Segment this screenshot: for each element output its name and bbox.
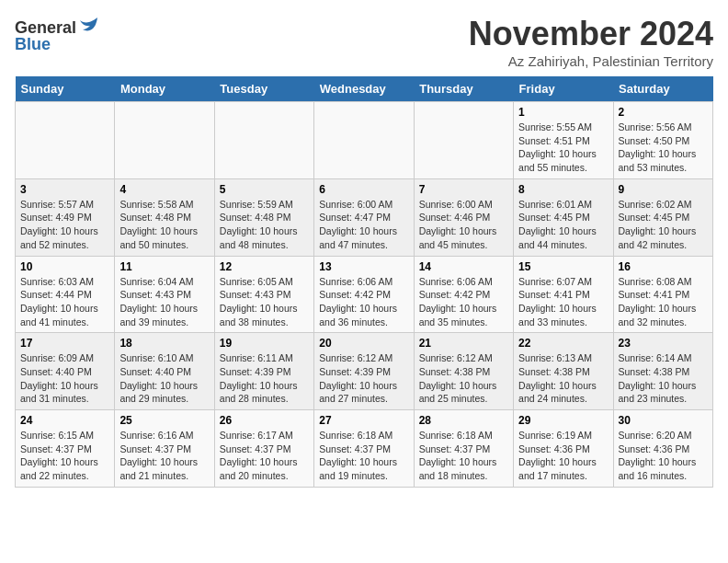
cell-w5-d1: 24Sunrise: 6:15 AM Sunset: 4:37 PM Dayli… [16, 410, 115, 488]
header-monday: Monday [115, 76, 214, 102]
day-info: Sunrise: 5:56 AM Sunset: 4:50 PM Dayligh… [619, 121, 697, 173]
cell-w4-d2: 18Sunrise: 6:10 AM Sunset: 4:40 PM Dayli… [115, 333, 214, 410]
cell-w4-d6: 22Sunrise: 6:13 AM Sunset: 4:38 PM Dayli… [514, 333, 613, 410]
day-number: 13 [319, 260, 408, 273]
cell-w4-d7: 23Sunrise: 6:14 AM Sunset: 4:38 PM Dayli… [613, 333, 712, 410]
day-info: Sunrise: 6:12 AM Sunset: 4:39 PM Dayligh… [319, 352, 397, 404]
day-number: 29 [518, 414, 608, 427]
cell-w3-d7: 16Sunrise: 6:08 AM Sunset: 4:41 PM Dayli… [613, 256, 712, 333]
day-number: 16 [619, 260, 708, 273]
day-info: Sunrise: 6:18 AM Sunset: 4:37 PM Dayligh… [319, 430, 397, 481]
day-info: Sunrise: 6:00 AM Sunset: 4:46 PM Dayligh… [419, 199, 497, 250]
day-number: 1 [518, 106, 608, 119]
day-number: 6 [319, 183, 408, 196]
day-number: 7 [419, 183, 508, 196]
day-info: Sunrise: 5:55 AM Sunset: 4:51 PM Dayligh… [518, 121, 597, 173]
cell-w1-d7: 2Sunrise: 5:56 AM Sunset: 4:50 PM Daylig… [613, 102, 712, 179]
cell-w3-d2: 11Sunrise: 6:04 AM Sunset: 4:43 PM Dayli… [115, 256, 214, 333]
day-number: 5 [220, 183, 309, 196]
week-row-3: 10Sunrise: 6:03 AM Sunset: 4:44 PM Dayli… [16, 256, 713, 333]
day-info: Sunrise: 6:11 AM Sunset: 4:39 PM Dayligh… [220, 352, 298, 404]
day-number: 4 [119, 183, 209, 196]
cell-w4-d1: 17Sunrise: 6:09 AM Sunset: 4:40 PM Dayli… [16, 333, 115, 410]
day-info: Sunrise: 6:09 AM Sunset: 4:40 PM Dayligh… [20, 352, 98, 404]
day-number: 2 [619, 106, 708, 119]
day-number: 9 [619, 183, 708, 196]
day-number: 8 [518, 183, 608, 196]
day-number: 21 [419, 337, 508, 350]
cell-w4-d3: 19Sunrise: 6:11 AM Sunset: 4:39 PM Dayli… [214, 333, 313, 410]
cell-w2-d6: 8Sunrise: 6:01 AM Sunset: 4:45 PM Daylig… [514, 178, 613, 256]
day-info: Sunrise: 6:02 AM Sunset: 4:45 PM Dayligh… [619, 199, 697, 250]
header-sunday: Sunday [16, 76, 115, 102]
header-thursday: Thursday [414, 76, 513, 102]
day-number: 30 [619, 414, 708, 427]
header-section: General Blue November 2024 Az Zahiriyah,… [15, 15, 713, 69]
day-info: Sunrise: 6:14 AM Sunset: 4:38 PM Dayligh… [619, 352, 697, 404]
cell-w4-d4: 20Sunrise: 6:12 AM Sunset: 4:39 PM Dayli… [314, 333, 414, 410]
day-info: Sunrise: 5:58 AM Sunset: 4:48 PM Dayligh… [119, 199, 198, 250]
header-wednesday: Wednesday [314, 76, 414, 102]
calendar-table: SundayMondayTuesdayWednesdayThursdayFrid… [15, 76, 713, 488]
cell-w5-d6: 29Sunrise: 6:19 AM Sunset: 4:36 PM Dayli… [514, 410, 613, 488]
day-info: Sunrise: 6:06 AM Sunset: 4:42 PM Dayligh… [319, 276, 397, 327]
header-tuesday: Tuesday [214, 76, 313, 102]
cell-w3-d6: 15Sunrise: 6:07 AM Sunset: 4:41 PM Dayli… [514, 256, 613, 333]
day-info: Sunrise: 6:04 AM Sunset: 4:43 PM Dayligh… [119, 276, 198, 327]
day-info: Sunrise: 6:08 AM Sunset: 4:41 PM Dayligh… [619, 276, 697, 327]
location-title: Az Zahiriyah, Palestinian Territory [469, 53, 713, 69]
cell-w2-d1: 3Sunrise: 5:57 AM Sunset: 4:49 PM Daylig… [16, 178, 115, 256]
day-number: 12 [220, 260, 309, 273]
cell-w3-d1: 10Sunrise: 6:03 AM Sunset: 4:44 PM Dayli… [16, 256, 115, 333]
day-info: Sunrise: 6:15 AM Sunset: 4:37 PM Dayligh… [20, 430, 98, 481]
cell-w5-d2: 25Sunrise: 6:16 AM Sunset: 4:37 PM Dayli… [115, 410, 214, 488]
cell-w1-d1 [16, 102, 115, 179]
day-info: Sunrise: 6:03 AM Sunset: 4:44 PM Dayligh… [20, 276, 98, 327]
cell-w2-d5: 7Sunrise: 6:00 AM Sunset: 4:46 PM Daylig… [414, 178, 513, 256]
day-number: 14 [419, 260, 508, 273]
day-info: Sunrise: 6:12 AM Sunset: 4:38 PM Dayligh… [419, 352, 497, 404]
day-info: Sunrise: 6:05 AM Sunset: 4:43 PM Dayligh… [220, 276, 298, 327]
month-title: November 2024 [469, 15, 713, 53]
day-number: 24 [20, 414, 109, 427]
day-number: 27 [319, 414, 408, 427]
cell-w1-d5 [414, 102, 513, 179]
cell-w3-d4: 13Sunrise: 6:06 AM Sunset: 4:42 PM Dayli… [314, 256, 414, 333]
day-info: Sunrise: 6:13 AM Sunset: 4:38 PM Dayligh… [518, 352, 597, 404]
cell-w5-d5: 28Sunrise: 6:18 AM Sunset: 4:37 PM Dayli… [414, 410, 513, 488]
title-section: November 2024 Az Zahiriyah, Palestinian … [469, 15, 713, 69]
day-info: Sunrise: 6:18 AM Sunset: 4:37 PM Dayligh… [419, 430, 497, 481]
logo-blue: Blue [15, 35, 51, 54]
header-saturday: Saturday [613, 76, 712, 102]
cell-w1-d4 [314, 102, 414, 179]
cell-w5-d3: 26Sunrise: 6:17 AM Sunset: 4:37 PM Dayli… [214, 410, 313, 488]
day-info: Sunrise: 5:59 AM Sunset: 4:48 PM Dayligh… [220, 199, 298, 250]
day-number: 20 [319, 337, 408, 350]
day-info: Sunrise: 6:07 AM Sunset: 4:41 PM Dayligh… [518, 276, 597, 327]
day-info: Sunrise: 6:01 AM Sunset: 4:45 PM Dayligh… [518, 199, 597, 250]
cell-w2-d4: 6Sunrise: 6:00 AM Sunset: 4:47 PM Daylig… [314, 178, 414, 256]
logo: General Blue [15, 15, 100, 54]
day-info: Sunrise: 6:17 AM Sunset: 4:37 PM Dayligh… [220, 430, 298, 481]
day-info: Sunrise: 6:19 AM Sunset: 4:36 PM Dayligh… [518, 430, 597, 481]
cell-w2-d3: 5Sunrise: 5:59 AM Sunset: 4:48 PM Daylig… [214, 178, 313, 256]
logo-bird-icon [78, 15, 100, 40]
day-number: 26 [220, 414, 309, 427]
day-number: 15 [518, 260, 608, 273]
day-number: 23 [619, 337, 708, 350]
day-number: 22 [518, 337, 608, 350]
day-number: 28 [419, 414, 508, 427]
cell-w5-d4: 27Sunrise: 6:18 AM Sunset: 4:37 PM Dayli… [314, 410, 414, 488]
week-row-5: 24Sunrise: 6:15 AM Sunset: 4:37 PM Dayli… [16, 410, 713, 488]
cell-w1-d6: 1Sunrise: 5:55 AM Sunset: 4:51 PM Daylig… [514, 102, 613, 179]
cell-w4-d5: 21Sunrise: 6:12 AM Sunset: 4:38 PM Dayli… [414, 333, 513, 410]
day-number: 11 [119, 260, 209, 273]
day-number: 3 [20, 183, 109, 196]
day-info: Sunrise: 6:06 AM Sunset: 4:42 PM Dayligh… [419, 276, 497, 327]
day-info: Sunrise: 6:16 AM Sunset: 4:37 PM Dayligh… [119, 430, 198, 481]
day-number: 10 [20, 260, 109, 273]
cell-w3-d5: 14Sunrise: 6:06 AM Sunset: 4:42 PM Dayli… [414, 256, 513, 333]
cell-w2-d7: 9Sunrise: 6:02 AM Sunset: 4:45 PM Daylig… [613, 178, 712, 256]
cell-w5-d7: 30Sunrise: 6:20 AM Sunset: 4:36 PM Dayli… [613, 410, 712, 488]
cell-w2-d2: 4Sunrise: 5:58 AM Sunset: 4:48 PM Daylig… [115, 178, 214, 256]
